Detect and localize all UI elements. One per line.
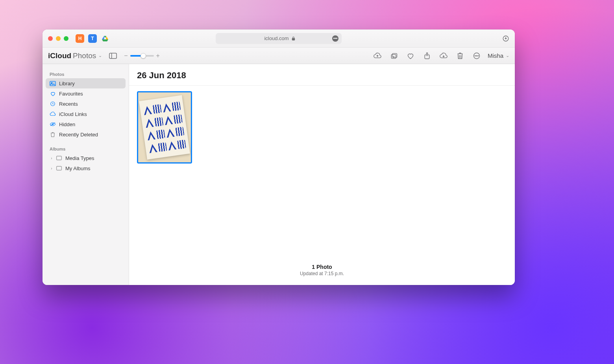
delete-button[interactable]	[455, 50, 466, 61]
chevron-down-icon: ⌄	[98, 53, 102, 58]
svg-marker-2	[106, 36, 108, 39]
extension-icon[interactable]: H	[76, 34, 84, 43]
sidebar-item-recents[interactable]: Recents	[46, 99, 126, 109]
svg-point-14	[476, 55, 477, 56]
main-header: 26 Jun 2018	[129, 64, 515, 86]
close-window-button[interactable]	[48, 36, 53, 41]
sidebar-item-my-albums[interactable]: › My Albums	[46, 163, 126, 173]
browser-window: H T icloud.com ••• iCloud Photos ⌄	[43, 29, 515, 285]
browser-extensions: H T	[76, 34, 109, 43]
cloud-link-icon	[50, 111, 56, 117]
zoom-out-button[interactable]: −	[124, 52, 128, 59]
sidebar-item-label: Recently Deleted	[59, 132, 98, 138]
sidebar-item-recently-deleted[interactable]: Recently Deleted	[46, 129, 126, 140]
share-button[interactable]	[422, 50, 433, 61]
url-host: icloud.com	[264, 35, 289, 41]
zoom-in-button[interactable]: +	[156, 52, 160, 59]
zoom-slider[interactable]	[130, 55, 154, 57]
trash-icon	[50, 131, 56, 138]
album-icon	[56, 155, 62, 161]
sidebar-item-library[interactable]: Library	[46, 78, 126, 88]
svg-point-15	[478, 55, 479, 56]
sidebar-section-albums: Albums	[46, 144, 126, 153]
svg-marker-1	[104, 36, 106, 38]
sidebar-item-label: Hidden	[59, 121, 75, 127]
app-title-main: Photos	[73, 51, 96, 60]
photo-grid	[129, 86, 515, 258]
account-menu[interactable]: Misha ⌄	[488, 52, 509, 59]
svg-marker-3	[102, 36, 104, 39]
chevron-down-icon: ⌄	[506, 53, 509, 58]
user-name: Misha	[488, 52, 503, 59]
clock-icon	[50, 101, 56, 107]
disclosure-icon[interactable]: ›	[50, 156, 54, 160]
hidden-icon	[50, 121, 56, 127]
sidebar: Photos Library Favourites Recents	[43, 64, 129, 285]
sidebar-item-icloud-links[interactable]: iCloud Links	[46, 109, 126, 119]
sidebar-item-label: Library	[59, 81, 75, 86]
address-bar[interactable]: icloud.com •••	[216, 33, 342, 44]
photo-content	[139, 95, 190, 160]
download-button[interactable]	[438, 50, 449, 61]
svg-rect-21	[57, 156, 62, 160]
photo-count: 1 Photo	[129, 264, 515, 270]
window-controls	[48, 36, 68, 41]
svg-marker-4	[102, 39, 108, 41]
sidebar-item-label: My Albums	[65, 165, 91, 171]
titlebar: H T icloud.com •••	[43, 29, 515, 48]
album-icon	[56, 165, 62, 171]
sidebar-section-photos: Photos	[46, 70, 126, 78]
sidebar-item-media-types[interactable]: › Media Types	[46, 153, 126, 163]
svg-rect-22	[57, 166, 62, 170]
zoom-control: − +	[124, 52, 160, 59]
app-title-prefix: iCloud	[48, 51, 71, 60]
upload-button[interactable]	[372, 50, 383, 61]
svg-rect-5	[292, 38, 294, 40]
extension-icon[interactable]: T	[88, 34, 97, 43]
date-heading: 26 Jun 2018	[137, 70, 507, 81]
disclosure-icon[interactable]: ›	[50, 166, 54, 171]
sidebar-item-label: Media Types	[65, 155, 94, 161]
lock-icon	[291, 36, 296, 41]
sidebar-item-label: Recents	[59, 101, 78, 107]
library-icon	[50, 80, 56, 86]
maximize-window-button[interactable]	[64, 36, 68, 41]
toggle-sidebar-button[interactable]	[107, 50, 118, 61]
extension-drive-icon[interactable]	[101, 34, 109, 43]
reader-badge-icon[interactable]: •••	[332, 35, 338, 42]
sidebar-item-hidden[interactable]: Hidden	[46, 119, 126, 129]
updated-at: Updated at 7:15 p.m.	[129, 271, 515, 276]
svg-rect-7	[109, 53, 117, 58]
downloads-icon[interactable]	[502, 35, 509, 42]
more-button[interactable]	[471, 50, 482, 61]
sidebar-item-label: Favourites	[59, 91, 83, 97]
heart-icon	[50, 90, 56, 97]
grid-footer: 1 Photo Updated at 7:15 p.m.	[129, 258, 515, 285]
sidebar-item-label: iCloud Links	[59, 111, 87, 117]
svg-point-13	[475, 55, 475, 56]
app-title-dropdown[interactable]: iCloud Photos ⌄	[48, 51, 102, 60]
main-panel: 26 Jun 2018 1 Photo Updated at 7:15 p.m.	[129, 64, 515, 285]
add-to-album-button[interactable]	[388, 50, 399, 61]
favourite-button[interactable]	[405, 50, 416, 61]
photo-thumbnail[interactable]	[137, 91, 192, 164]
content-area: Photos Library Favourites Recents	[43, 64, 515, 285]
app-toolbar: iCloud Photos ⌄ − +	[43, 48, 515, 64]
sidebar-item-favourites[interactable]: Favourites	[46, 88, 126, 99]
minimize-window-button[interactable]	[56, 36, 61, 41]
